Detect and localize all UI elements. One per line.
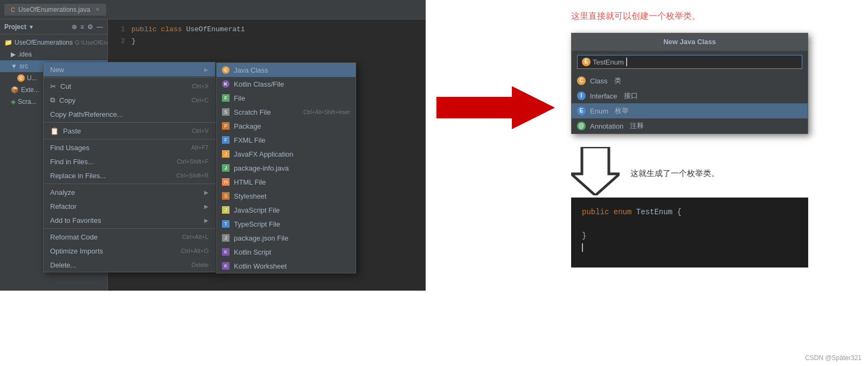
- kotlinworksheet-icon: K: [222, 262, 230, 270]
- ctx-new[interactable]: New ▶: [44, 62, 215, 76]
- sub-fxml-label: FXML File: [234, 136, 266, 144]
- sub-file[interactable]: F File: [217, 91, 356, 105]
- dialog-item-enum[interactable]: E Enum 枚举: [572, 103, 808, 118]
- ctx-findusages-shortcut: Alt+F7: [191, 144, 209, 151]
- sub-javafx-label: JavaFX Application: [234, 150, 294, 158]
- annotation-top: 这里直接就可以创建一个枚举类。: [571, 11, 857, 22]
- scratch-icon: ◈: [11, 98, 16, 105]
- ctx-findinfiles[interactable]: Find in Files... Ctrl+Shift+F: [44, 154, 215, 168]
- enum-label: Enum: [590, 107, 608, 115]
- code-bottom: public enum TestEnum { }: [571, 198, 808, 268]
- ide-tab[interactable]: C UseOfEnumerations.java ✕: [4, 4, 106, 16]
- ctx-reformat[interactable]: Reformat Code Ctrl+Alt+L: [44, 230, 215, 244]
- enum-label-cn: 枚举: [615, 106, 629, 116]
- ctx-refactor[interactable]: Refactor ▶: [44, 199, 215, 213]
- code-line-1: 1 public class UseOfEnumerati: [114, 24, 419, 36]
- project-gear-icon[interactable]: ⚙: [87, 23, 93, 31]
- ctx-copypath-label: Copy Path/Reference...: [50, 110, 123, 118]
- code-bottom-line1: public enum TestEnum {: [582, 206, 797, 218]
- tree-root-label: UseOfEnumerations: [15, 39, 73, 46]
- sub-package[interactable]: P Package: [217, 119, 356, 133]
- down-arrow-svg: [571, 147, 620, 195]
- ctx-reformat-label: Reformat Code: [50, 233, 98, 241]
- sub-jsfile[interactable]: J JavaScript File: [217, 203, 356, 217]
- sub-kotlinscript[interactable]: K Kotlin Script: [217, 245, 356, 259]
- ctx-div3: [44, 139, 215, 139]
- ctx-new-arrow: ▶: [204, 67, 209, 73]
- ctx-favorites-label: Add to Favorites: [50, 216, 101, 224]
- scratch-file-icon: S: [222, 108, 230, 116]
- idea-folder-icon: ▶: [11, 51, 16, 58]
- sub-javafx[interactable]: J JavaFX Application: [217, 147, 356, 161]
- ide-panel: C UseOfEnumerations.java ✕ Project ▾ ⊕ ≡…: [0, 0, 426, 291]
- bottom-cursor: [582, 243, 583, 252]
- dialog-item-annotation[interactable]: @ Annotation 注释: [572, 118, 808, 133]
- dialog-item-interface[interactable]: I Interface 接口: [572, 88, 808, 103]
- tab-close-icon[interactable]: ✕: [95, 6, 100, 12]
- sub-pkginfo[interactable]: J package-info.java: [217, 161, 356, 175]
- sub-pkgjson-label: package.json File: [234, 234, 288, 242]
- sub-package-label: Package: [234, 122, 261, 130]
- tree-idea[interactable]: ▶ .idea: [0, 48, 107, 60]
- ctx-delete-shortcut: Delete: [191, 262, 209, 268]
- project-dropdown-icon[interactable]: ▾: [30, 23, 33, 31]
- sub-javaclass[interactable]: C Java Class: [217, 63, 356, 77]
- sub-html[interactable]: H HTML File: [217, 175, 356, 189]
- sub-scratch-shortcut: Ctrl+Alt+Shift+Inser: [303, 109, 350, 115]
- sub-tsfile[interactable]: T TypeScript File: [217, 217, 356, 231]
- ctx-delete-label: Delete...: [50, 261, 76, 269]
- ctx-paste-label: Paste: [63, 127, 81, 135]
- tree-root[interactable]: 📁 UseOfEnumerations G:\UseOfEnumerations: [0, 37, 107, 48]
- ctx-optimize-label: Optimize Imports: [50, 247, 103, 255]
- ctx-favorites[interactable]: Add to Favorites ▶: [44, 213, 215, 227]
- sub-scratch[interactable]: S Scratch File Ctrl+Alt+Shift+Inser: [217, 105, 356, 119]
- project-header: Project ▾ ⊕ ≡ ⚙ —: [0, 19, 107, 34]
- sub-kotlinworksheet[interactable]: K Kotlin Worksheet: [217, 259, 356, 273]
- tab-label: UseOfEnumerations.java: [18, 6, 90, 13]
- ctx-replaceinfiles-label: Replace in Files...: [50, 172, 106, 180]
- sub-kotlinclass[interactable]: K Kotlin Class/File: [217, 77, 356, 91]
- js-icon: J: [222, 206, 230, 214]
- ctx-div4: [44, 184, 215, 184]
- annotation-label-cn: 注释: [630, 121, 644, 131]
- sub-kotlinscript-label: Kotlin Script: [234, 248, 271, 256]
- ctx-optimize[interactable]: Optimize Imports Ctrl+Alt+O: [44, 244, 215, 258]
- line-num-2: 2: [114, 36, 125, 47]
- dialog-input[interactable]: E TestEnum: [577, 55, 802, 69]
- project-scope-icon[interactable]: ⊕: [72, 23, 77, 31]
- css-icon: S: [222, 192, 230, 200]
- enum-icon: E: [577, 107, 586, 115]
- sub-fxml[interactable]: F FXML File: [217, 133, 356, 147]
- sub-kotlinclass-label: Kotlin Class/File: [234, 80, 284, 88]
- dialog-item-class[interactable]: C Class 类: [572, 73, 808, 88]
- ctx-refactor-arrow: ▶: [204, 203, 209, 209]
- folder-icon: 📁: [4, 39, 12, 46]
- ctx-copy[interactable]: ⧉ Copy Ctrl+C: [44, 93, 215, 107]
- idea-label: .idea: [18, 51, 32, 58]
- sub-stylesheet[interactable]: S Stylesheet: [217, 189, 356, 203]
- kotlinscript-icon: K: [222, 248, 230, 256]
- ctx-paste[interactable]: 📋 Paste Ctrl+V: [44, 124, 215, 138]
- kotlinclass-icon: K: [222, 80, 230, 88]
- sub-pkgjson[interactable]: J package.json File: [217, 231, 356, 245]
- ctx-analyze[interactable]: Analyze ▶: [44, 185, 215, 199]
- ctx-favorites-arrow: ▶: [204, 217, 209, 223]
- project-minimize-icon[interactable]: —: [96, 23, 103, 31]
- class-icon: C: [577, 76, 586, 85]
- ctx-cut[interactable]: ✂ Cut Ctrl+X: [44, 79, 215, 93]
- ctx-findinfiles-label: Find in Files...: [50, 158, 94, 166]
- html-icon: H: [222, 178, 230, 186]
- ctx-analyze-arrow: ▶: [204, 189, 209, 195]
- sub-jsfile-label: JavaScript File: [234, 206, 280, 214]
- ctx-copypath[interactable]: Copy Path/Reference...: [44, 107, 215, 121]
- class-label: Class: [590, 77, 608, 85]
- class-label-cn: 类: [614, 76, 621, 86]
- ctx-findusages[interactable]: Find Usages Alt+F7: [44, 140, 215, 154]
- ctx-delete[interactable]: Delete... Delete: [44, 258, 215, 272]
- project-sort-icon[interactable]: ≡: [80, 23, 84, 31]
- ctx-replaceinfiles[interactable]: Replace in Files... Ctrl+Shift+R: [44, 168, 215, 182]
- ctx-optimize-shortcut: Ctrl+Alt+O: [181, 248, 209, 254]
- sub-tsfile-label: TypeScript File: [234, 220, 280, 228]
- copy-icon: ⧉: [50, 96, 55, 104]
- code-bottom-line2: [582, 218, 797, 230]
